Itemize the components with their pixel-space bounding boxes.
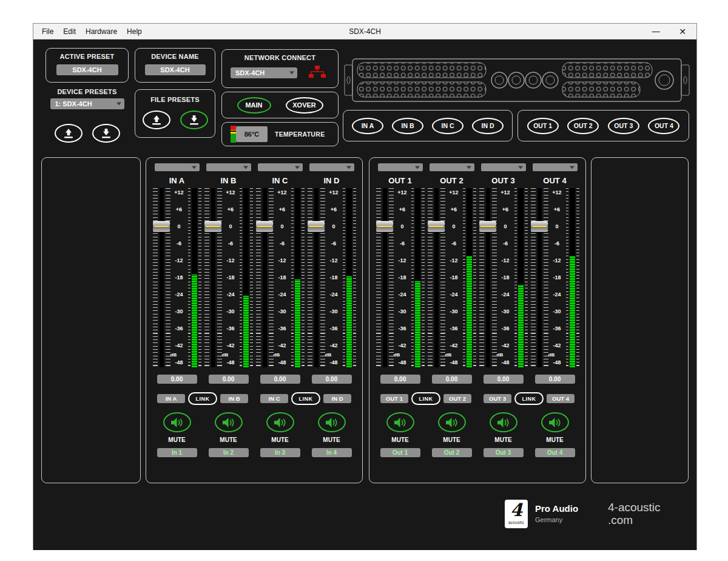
main-view-button[interactable]: MAIN xyxy=(237,97,271,114)
fader-handle[interactable] xyxy=(204,221,221,232)
mute-button[interactable] xyxy=(438,412,466,432)
device-presets-dropdown[interactable]: 1: SDX-4CH xyxy=(50,98,124,109)
fader-zone: dB+12+60-6-12-18-24-30-36-42-48 xyxy=(479,188,528,367)
fader-handle[interactable] xyxy=(428,221,445,232)
scale-tick: +6 xyxy=(176,207,182,212)
channel-name-box[interactable]: Out 4 xyxy=(535,448,575,457)
network-connect-label: NETWORK CONNECT xyxy=(222,54,338,61)
file-preset-buttons xyxy=(135,110,215,129)
link-button[interactable]: LINK xyxy=(411,392,440,405)
db-unit-label: dB xyxy=(445,352,452,358)
close-button[interactable]: ✕ xyxy=(669,27,696,36)
menu-item-edit[interactable]: Edit xyxy=(58,25,81,38)
gain-value-box[interactable]: 0.00 xyxy=(157,375,197,384)
scale-tick: -6 xyxy=(503,241,508,246)
channel-preset-dropdown[interactable] xyxy=(533,163,578,171)
channel-preset-dropdown[interactable] xyxy=(258,163,303,171)
channel-preset-dropdown[interactable] xyxy=(155,163,200,171)
gain-fader[interactable] xyxy=(531,188,548,367)
channel-preset-dropdown[interactable] xyxy=(206,163,251,171)
website-link[interactable]: 4-acoustic .com xyxy=(608,501,661,526)
mute-button[interactable] xyxy=(215,412,243,432)
fader-handle[interactable] xyxy=(153,221,170,232)
mute-button[interactable] xyxy=(386,412,414,432)
xover-view-button[interactable]: XOVER xyxy=(286,97,323,114)
mute-button[interactable] xyxy=(163,412,191,432)
link-channel-tag: IN C xyxy=(260,394,288,403)
fader-handle[interactable] xyxy=(531,221,548,232)
link-button[interactable]: LINK xyxy=(514,392,544,405)
output-4-button[interactable]: OUT 4 xyxy=(648,118,679,134)
output-1-button[interactable]: OUT 1 xyxy=(527,118,559,134)
gain-fader[interactable] xyxy=(204,188,222,367)
menu-item-file[interactable]: File xyxy=(37,25,58,38)
gain-value-box[interactable]: 0.00 xyxy=(380,375,420,384)
gain-value-box[interactable]: 0.00 xyxy=(312,375,352,384)
gain-fader[interactable] xyxy=(153,188,170,367)
minimize-button[interactable]: — xyxy=(643,27,669,36)
channel-name-box[interactable]: Out 1 xyxy=(380,448,420,457)
tick-marks xyxy=(473,188,476,367)
output-3-button[interactable]: OUT 3 xyxy=(608,118,639,134)
channel-preset-dropdown[interactable] xyxy=(309,163,354,171)
mute-button[interactable] xyxy=(541,412,569,432)
gain-fader[interactable] xyxy=(256,188,274,367)
channel-name-box[interactable]: Out 2 xyxy=(432,448,472,457)
fader-handle[interactable] xyxy=(376,221,393,232)
input-b-button[interactable]: IN B xyxy=(392,118,423,134)
website-line1: 4-acoustic xyxy=(608,501,661,514)
input-a-button[interactable]: IN A xyxy=(352,118,383,134)
gain-value-box[interactable]: 0.00 xyxy=(535,375,575,384)
menu-item-hardware[interactable]: Hardware xyxy=(81,25,122,38)
gain-value-box[interactable]: 0.00 xyxy=(432,375,472,384)
fader-handle[interactable] xyxy=(479,221,496,232)
channel-preset-dropdown[interactable] xyxy=(378,163,423,171)
channel-label: IN B xyxy=(221,176,237,185)
gain-fader[interactable] xyxy=(376,188,394,367)
input-c-button[interactable]: IN C xyxy=(432,118,463,134)
scale-tick: -36 xyxy=(501,326,509,332)
chevron-down-icon xyxy=(518,166,523,169)
fader-handle[interactable] xyxy=(308,221,325,232)
channel-preset-dropdown[interactable] xyxy=(481,163,526,171)
channel-name-box[interactable]: Out 3 xyxy=(484,448,524,457)
scale-tick: -36 xyxy=(278,326,286,332)
gain-fader[interactable] xyxy=(479,188,497,367)
mute-button[interactable] xyxy=(266,412,294,432)
channel-name-box[interactable]: In 1 xyxy=(157,448,197,457)
menu-item-help[interactable]: Help xyxy=(122,25,147,38)
tick-marks xyxy=(492,188,497,367)
mute-label: MUTE xyxy=(391,437,408,443)
window-title: SDX-4CH xyxy=(349,27,381,36)
mute-cell: MUTE Out 3 xyxy=(477,412,529,457)
link-group: IN A LINK IN B xyxy=(151,392,254,405)
gain-fader[interactable] xyxy=(428,188,445,367)
device-name-value[interactable]: SDX-4CH xyxy=(145,64,206,75)
file-upload-button[interactable] xyxy=(143,110,170,129)
mute-button[interactable] xyxy=(490,412,517,432)
device-presets-label: DEVICE PRESETS xyxy=(46,88,129,95)
link-button[interactable]: LINK xyxy=(291,392,320,405)
channel-name-box[interactable]: In 2 xyxy=(209,448,249,457)
fader-handle[interactable] xyxy=(256,221,273,232)
preset-download-button[interactable] xyxy=(92,124,120,143)
channel-name-box[interactable]: In 3 xyxy=(260,448,300,457)
network-device-dropdown[interactable]: SDX-4CH xyxy=(231,67,297,78)
gain-value-box[interactable]: 0.00 xyxy=(260,375,300,384)
input-d-button[interactable]: IN D xyxy=(472,118,504,134)
app-body: ACTIVE PRESET SDX-4CH DEVICE PRESETS 1: … xyxy=(33,39,696,550)
gain-fader[interactable] xyxy=(308,188,325,367)
channel-name-box[interactable]: In 4 xyxy=(312,448,352,457)
scale-tick: +6 xyxy=(502,207,508,212)
gain-value-box[interactable]: 0.00 xyxy=(484,375,524,384)
gain-value-box[interactable]: 0.00 xyxy=(209,375,249,384)
link-button[interactable]: LINK xyxy=(188,392,217,405)
tick-marks xyxy=(240,188,243,367)
channel-preset-dropdown[interactable] xyxy=(430,163,474,171)
level-meter xyxy=(343,188,356,367)
fader-track xyxy=(434,188,439,367)
file-download-button[interactable] xyxy=(180,110,208,129)
preset-upload-button[interactable] xyxy=(55,124,83,143)
output-2-button[interactable]: OUT 2 xyxy=(567,118,599,134)
mute-button[interactable] xyxy=(318,412,346,432)
